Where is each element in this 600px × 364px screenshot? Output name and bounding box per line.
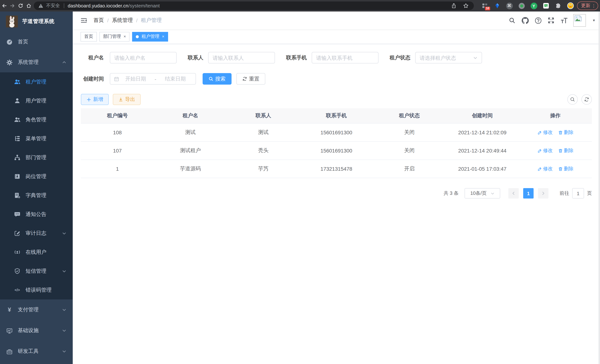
sidebar-item-tenant[interactable]: 租户管理 [0, 72, 73, 91]
system-submenu: 租户管理 用户管理 角色管理 菜单管理 [0, 72, 73, 299]
create-time-label: 创建时间 [81, 75, 104, 82]
sidebar-item-audit-log[interactable]: 审计日志 [0, 224, 73, 243]
close-icon[interactable]: × [123, 35, 126, 38]
prev-page-button[interactable] [508, 188, 519, 198]
breadcrumb-system[interactable]: 系统管理 [112, 17, 133, 24]
cell-created: 2021-12-14 21:02:09 [446, 130, 519, 135]
status-select-input[interactable] [420, 55, 473, 61]
user-avatar[interactable] [573, 14, 586, 27]
extension-green-dot-icon[interactable] [518, 2, 525, 9]
sidebar-item-label: 审计日志 [26, 230, 46, 237]
browser-reload-button[interactable] [18, 3, 24, 9]
sidebar-item-menu[interactable]: 菜单管理 [0, 129, 73, 148]
extension-kite-icon[interactable] [494, 2, 501, 9]
sidebar-item-user[interactable]: 用户管理 [0, 91, 73, 110]
breadcrumb-separator: / [107, 18, 109, 23]
sidebar-item-label: 支付管理 [18, 307, 38, 313]
sidebar-item-label: 岗位管理 [26, 173, 46, 180]
browser-home-button[interactable] [26, 3, 32, 9]
search-button[interactable]: 搜索 [203, 73, 232, 84]
font-size-icon[interactable] [560, 17, 568, 24]
sidebar-item-payment[interactable]: ¥ 支付管理 [0, 299, 73, 320]
tag-dept[interactable]: 部门管理 × [99, 32, 130, 41]
cell-contact: 秃头 [227, 147, 300, 154]
sidebar-item-error-code[interactable]: </> 错误码管理 [0, 280, 73, 299]
reset-button[interactable]: 重置 [236, 73, 265, 84]
sidebar-collapse-button[interactable] [81, 17, 87, 24]
contact-input-wrap [208, 52, 275, 64]
help-icon[interactable] [534, 17, 542, 24]
bookmark-star-icon[interactable] [463, 3, 469, 9]
page-scrollbar[interactable] [599, 11, 600, 364]
status-select[interactable] [415, 52, 482, 64]
delete-button[interactable]: 删除 [558, 166, 573, 172]
browser-menu-icon[interactable]: ⋮ [591, 3, 596, 8]
toggle-search-button[interactable] [567, 94, 578, 105]
github-icon[interactable] [521, 17, 529, 24]
mobile-input[interactable] [316, 55, 374, 61]
refresh-table-button[interactable] [581, 94, 592, 105]
security-label: 不安全 [46, 3, 60, 9]
page-number-1[interactable]: 1 [523, 188, 534, 198]
url-bar[interactable]: 不安全 dashboard.yudao.iocoder.cn/system/te… [34, 1, 474, 10]
profile-avatar-icon[interactable] [567, 2, 574, 9]
share-icon[interactable] [451, 3, 456, 9]
extension-y-icon[interactable]: Y [530, 2, 537, 9]
toolbox-icon [6, 348, 13, 355]
cell-tenant-id: 108 [81, 130, 154, 135]
tag-tenant-active[interactable]: 租户管理 × [132, 32, 168, 41]
sidebar-item-label: 用户管理 [26, 97, 46, 104]
breadcrumb-home[interactable]: 首页 [94, 17, 104, 24]
search-icon [208, 76, 213, 81]
cell-status: 开启 [373, 166, 446, 172]
table-row: 107 测试租户 秃头 15601691300 关闭 2021-12-14 20… [81, 142, 592, 160]
tenant-name-input[interactable] [114, 55, 172, 61]
sidebar-item-label: 首页 [18, 38, 28, 45]
breadcrumb-current: 租户管理 [141, 17, 162, 24]
sidebar-logo[interactable]: 芋道管理系统 [0, 11, 73, 32]
pencil-icon [537, 166, 542, 171]
sidebar-item-system[interactable]: 系统管理 [0, 52, 73, 72]
browser-update-button[interactable]: 更新 ⋮ [577, 1, 598, 10]
fullscreen-icon[interactable] [547, 17, 555, 24]
date-start-placeholder: 开始日期 [119, 75, 152, 82]
edit-button[interactable]: 修改 [537, 147, 553, 154]
user-menu-caret-icon[interactable]: ▼ [592, 19, 596, 22]
sidebar-item-home[interactable]: 首页 [0, 32, 73, 52]
org-chart-icon [14, 154, 20, 161]
add-button[interactable]: 新增 [81, 94, 109, 105]
sidebar-item-role[interactable]: 角色管理 [0, 110, 73, 129]
export-button[interactable]: 导出 [113, 94, 141, 105]
app-title: 芋道管理系统 [22, 18, 55, 25]
chevron-down-icon [62, 349, 66, 354]
extension-chat-icon[interactable] [543, 2, 550, 9]
edit-button[interactable]: 修改 [537, 129, 553, 136]
create-time-range-picker[interactable]: 开始日期 - 结束日期 [110, 73, 196, 84]
browser-back-button[interactable] [1, 3, 7, 9]
edit-button[interactable]: 修改 [537, 166, 553, 172]
extension-tampermonkey-icon[interactable]: 10 [481, 2, 488, 9]
contact-input[interactable] [213, 55, 271, 61]
security-warning-icon[interactable] [38, 3, 43, 8]
extension-command-icon[interactable]: ⌘ [506, 2, 513, 9]
page-size-select[interactable]: 10条/页 [465, 188, 500, 198]
sidebar-item-online-user[interactable]: 在线用户 [0, 243, 73, 261]
sidebar-item-dict[interactable]: 字典管理 [0, 186, 73, 205]
sidebar-item-dev-tools[interactable]: 研发工具 [0, 341, 73, 362]
sidebar-item-notice[interactable]: 通知公告 [0, 205, 73, 224]
close-icon[interactable]: × [162, 35, 164, 38]
delete-button[interactable]: 删除 [558, 129, 573, 136]
tag-home[interactable]: 首页 [81, 32, 97, 41]
browser-forward-button[interactable] [9, 3, 16, 9]
sidebar-item-infra[interactable]: 基础设施 [0, 320, 73, 341]
sidebar-item-post[interactable]: 岗位管理 [0, 167, 73, 186]
sidebar-item-dept[interactable]: 部门管理 [0, 148, 73, 167]
cell-tenant-name: 测试租户 [154, 147, 227, 154]
sidebar-item-sms[interactable]: 短信管理 [0, 261, 73, 280]
extensions-puzzle-icon[interactable] [555, 2, 562, 9]
table-row: 1 芋道源码 芋艿 17321315478 开启 2021-01-05 17:0… [81, 160, 592, 178]
goto-page-input[interactable] [572, 188, 584, 198]
next-page-button[interactable] [538, 188, 548, 198]
header-search-icon[interactable] [508, 17, 516, 24]
delete-button[interactable]: 删除 [558, 147, 573, 154]
